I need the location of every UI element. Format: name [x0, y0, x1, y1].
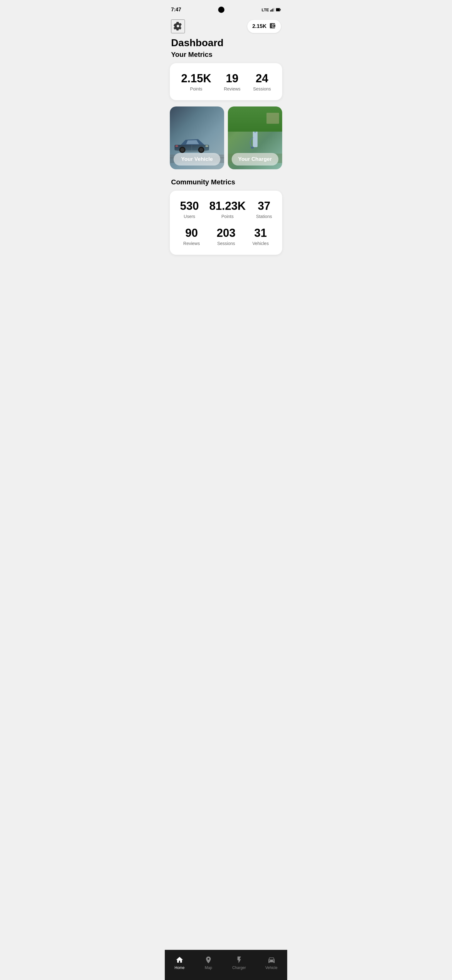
- signal-icon: [270, 8, 274, 12]
- community-points-label: Points: [221, 214, 233, 219]
- community-sessions-value: 203: [217, 226, 235, 240]
- your-vehicle-card[interactable]: Your Vehicle: [170, 107, 224, 169]
- reviews-value: 19: [226, 72, 239, 85]
- vehicle-label-overlay: Your Vehicle: [174, 153, 220, 165]
- app-header: 2.15K: [165, 16, 287, 37]
- community-metrics-card: 530 Users 81.23K Points 37 Stations 90 R…: [170, 191, 282, 255]
- svg-rect-2: [273, 9, 273, 12]
- gear-icon: [174, 22, 182, 32]
- community-row-2: 90 Reviews 203 Sessions 31 Vehicles: [175, 226, 277, 246]
- charger-card-label: Your Charger: [238, 156, 272, 162]
- svg-point-10: [181, 148, 184, 152]
- your-charger-card[interactable]: Your Charger: [228, 107, 282, 169]
- status-icons: LTE: [262, 8, 281, 12]
- community-reviews-value: 90: [185, 226, 198, 240]
- community-points: 81.23K Points: [209, 199, 246, 219]
- svg-point-15: [175, 145, 178, 147]
- charger-label-overlay: Your Charger: [232, 153, 278, 165]
- community-metrics-title: Community Metrics: [165, 178, 287, 191]
- sessions-value: 24: [256, 72, 268, 85]
- points-label: Points: [190, 86, 203, 91]
- svg-rect-6: [276, 8, 280, 11]
- camera-notch: [218, 6, 224, 13]
- points-badge[interactable]: 2.15K: [247, 20, 281, 33]
- community-vehicles-label: Vehicles: [252, 241, 269, 246]
- metric-sessions: 24 Sessions: [253, 72, 271, 91]
- community-vehicles-value: 31: [254, 226, 267, 240]
- points-badge-value: 2.15K: [252, 23, 266, 30]
- your-metrics-title: Your Metrics: [165, 51, 287, 63]
- lte-label: LTE: [262, 8, 269, 12]
- svg-rect-19: [251, 147, 254, 149]
- battery-icon: [276, 8, 281, 12]
- svg-rect-5: [280, 9, 281, 10]
- community-vehicles: 31 Vehicles: [252, 226, 269, 246]
- status-time: 7:47: [171, 7, 181, 13]
- wallet-icon: [269, 22, 276, 30]
- sessions-label: Sessions: [253, 86, 271, 91]
- page-title: Dashboard: [165, 37, 287, 51]
- svg-rect-0: [270, 10, 271, 12]
- svg-rect-3: [274, 8, 274, 12]
- car-illustration: [171, 135, 212, 154]
- svg-point-14: [205, 145, 208, 147]
- community-reviews: 90 Reviews: [183, 226, 200, 246]
- community-points-value: 81.23K: [209, 199, 246, 213]
- community-sessions: 203 Sessions: [217, 226, 235, 246]
- community-reviews-label: Reviews: [183, 241, 200, 246]
- house-bg: [266, 113, 279, 124]
- status-bar: 7:47 LTE: [165, 0, 287, 16]
- community-users: 530 Users: [180, 199, 199, 219]
- svg-rect-1: [271, 10, 272, 12]
- community-users-value: 530: [180, 199, 199, 213]
- community-sessions-label: Sessions: [217, 241, 235, 246]
- your-metrics-card: 2.15K Points 19 Reviews 24 Sessions: [170, 63, 282, 100]
- reviews-label: Reviews: [224, 86, 240, 91]
- metric-reviews: 19 Reviews: [224, 72, 240, 91]
- community-stations: 37 Stations: [256, 199, 272, 219]
- main-content: Dashboard Your Metrics 2.15K Points 19 R…: [165, 37, 287, 294]
- community-row-1: 530 Users 81.23K Points 37 Stations: [175, 199, 277, 219]
- cards-row: Your Vehicle: [165, 107, 287, 178]
- community-stations-value: 37: [258, 199, 270, 213]
- svg-point-12: [199, 148, 203, 152]
- community-stations-label: Stations: [256, 214, 272, 219]
- settings-button[interactable]: [171, 19, 185, 33]
- community-users-label: Users: [184, 214, 195, 219]
- vehicle-card-label: Your Vehicle: [181, 156, 213, 162]
- metric-points: 2.15K Points: [181, 72, 211, 91]
- points-value: 2.15K: [181, 72, 211, 85]
